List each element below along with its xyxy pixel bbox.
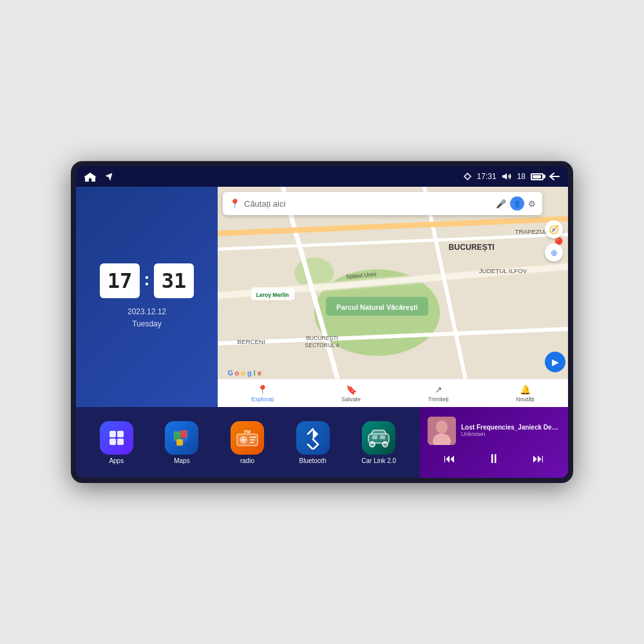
saved-label: Salvate [341,396,361,402]
carlink-app-icon [367,428,390,448]
apps-icon-bg [100,421,133,455]
svg-point-47 [436,421,448,433]
car-head-unit: 17:31 18 17 [71,161,573,483]
map-nav-saved[interactable]: 🔖 Salvate [341,384,361,402]
bluetooth-label: Bluetooth [299,457,326,464]
map-mic-icon[interactable]: 🎤 [496,199,506,209]
app-item-bluetooth[interactable]: Bluetooth [296,421,330,464]
clock-display: 17 : 31 [100,263,194,298]
clock-panel: 17 : 31 2023.12.12 Tuesday [76,187,218,407]
map-background: Parcul Natural Văcărești BUCUREȘTI JUDEȚ… [218,187,568,407]
svg-text:JUDEȚUL ILFOV: JUDEȚUL ILFOV [479,267,527,274]
clock-status: 17:31 [477,172,497,181]
music-player: Lost Frequencies_Janieck Devy-... Unknow… [420,407,568,478]
carlink-label: Car Link 2.0 [361,457,396,464]
svg-text:o: o [234,369,239,377]
map-search-bar[interactable]: 📍 Căutați aici 🎤 👤 ⚙ [223,192,542,215]
status-bar-left [84,171,115,182]
apps-grid-icon [109,431,124,445]
music-album-art [428,417,456,445]
map-pin-icon: 📍 [229,198,240,209]
map-nav-explore[interactable]: 📍 Explorați [251,384,274,402]
app-item-maps[interactable]: Maps [165,421,198,464]
maps-app-icon [171,428,192,448]
clock-minute: 31 [154,263,194,298]
music-info: Lost Frequencies_Janieck Devy-... Unknow… [461,424,560,437]
music-album-face [428,417,456,445]
back-icon[interactable] [549,172,560,181]
album-art-svg [428,417,456,445]
music-prev-btn[interactable]: ⏮ [439,450,460,468]
explore-label: Explorați [251,396,274,402]
map-settings-icon[interactable]: ⚙ [528,199,536,209]
music-play-pause-btn[interactable]: ⏸ [482,449,506,469]
svg-text:FM: FM [244,430,251,434]
map-avatar[interactable]: 👤 [510,196,524,211]
saved-icon: 🔖 [346,384,357,395]
explore-icon: 📍 [257,384,268,395]
status-bar-right: 17:31 18 [463,172,560,181]
news-label: Noutăți [516,396,535,402]
clock-hour: 17 [100,263,140,298]
main-area: 17 : 31 2023.12.12 Tuesday [76,187,568,478]
svg-text:BUCUREȘTI: BUCUREȘTI [449,243,495,252]
music-controls: ⏮ ⏸ ⏭ [428,449,560,469]
app-item-radio[interactable]: FM radio [231,421,264,464]
music-top: Lost Frequencies_Janieck Devy-... Unknow… [428,417,560,445]
news-icon: 🔔 [520,384,531,395]
radio-icon-bg: FM [231,421,264,455]
music-next-btn[interactable]: ⏭ [527,450,549,468]
map-nav-news[interactable]: 🔔 Noutăți [516,384,535,402]
svg-text:BERCENI: BERCENI [237,338,265,345]
svg-rect-42 [372,435,377,439]
carlink-icon-bg [362,421,395,455]
music-title: Lost Frequencies_Janieck Devy-... [461,424,560,431]
svg-text:o: o [241,369,245,377]
map-nav-send[interactable]: ↗ Trimiteți [428,384,449,402]
maps-icon[interactable] [103,171,115,182]
map-navigate-btn[interactable]: ▶ [545,352,565,372]
screen: 17:31 18 17 [76,166,568,478]
maps-icon-bg [165,421,198,455]
svg-text:G: G [228,369,234,377]
send-icon: ↗ [435,384,442,395]
radio-label: radio [240,457,254,464]
battery-icon [531,173,544,180]
svg-text:Parcul Natural Văcărești: Parcul Natural Văcărești [336,303,417,311]
app-item-apps[interactable]: Apps [100,421,133,464]
svg-text:SECTORUL 4: SECTORUL 4 [305,342,339,348]
home-icon[interactable] [84,171,97,182]
bt-icon-bg [296,421,330,455]
svg-text:e: e [258,369,261,377]
bottom-section: Apps Maps [76,407,568,478]
send-label: Trimiteți [428,396,449,402]
signal-level: 18 [517,172,526,181]
radio-app-icon: FM [236,429,259,447]
status-bar: 17:31 18 [76,166,568,187]
svg-text:g: g [247,369,252,377]
bt-app-icon [304,426,322,450]
svg-point-41 [383,442,388,447]
clock-date: 2023.12.12 Tuesday [128,306,166,330]
top-section: 17 : 31 2023.12.12 Tuesday [76,187,568,407]
svg-text:Leroy Merlin: Leroy Merlin [256,292,289,298]
music-artist: Unknown [461,431,560,437]
svg-point-40 [370,442,375,447]
svg-marker-0 [84,173,97,182]
map-panel[interactable]: Parcul Natural Văcărești BUCUREȘTI JUDEȚ… [218,187,568,407]
volume-icon [502,173,512,180]
svg-point-34 [242,439,245,441]
svg-rect-30 [180,430,187,438]
map-bottom-nav: 📍 Explorați 🔖 Salvate ↗ Trimiteți 🔔 [218,379,568,407]
app-item-carlink[interactable]: Car Link 2.0 [361,421,396,464]
maps-label: Maps [174,457,189,464]
map-compass-btn[interactable]: 🧭 [545,220,563,238]
apps-area: Apps Maps [76,407,420,478]
clock-separator: : [144,269,149,290]
signal-icon [463,172,472,181]
svg-text:l: l [254,369,256,377]
svg-text:BUCUREȘTI: BUCUREȘTI [306,335,337,341]
svg-rect-31 [176,439,183,446]
map-location-btn[interactable]: ⊕ [545,243,563,261]
map-search-text: Căutați aici [244,199,492,209]
